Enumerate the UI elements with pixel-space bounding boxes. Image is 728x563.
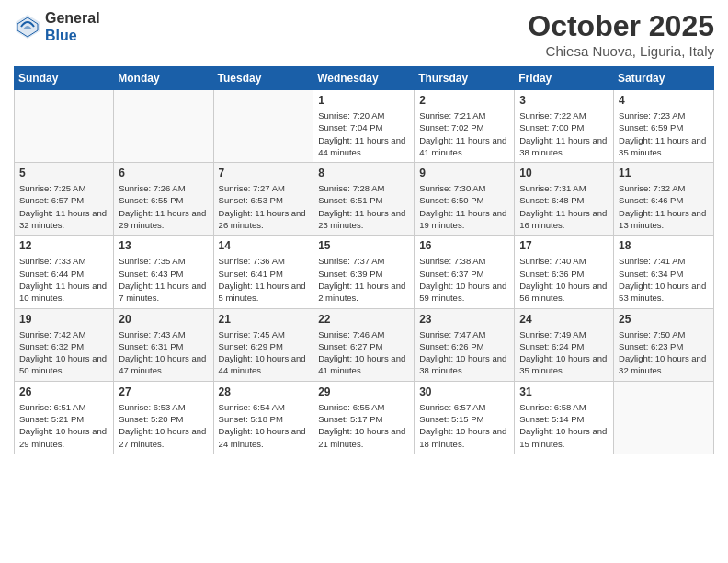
calendar-week-row-5: 26Sunrise: 6:51 AM Sunset: 5:21 PM Dayli… bbox=[15, 381, 714, 454]
day-info: Sunrise: 7:43 AM Sunset: 6:31 PM Dayligh… bbox=[119, 328, 208, 377]
day-info: Sunrise: 6:54 AM Sunset: 5:18 PM Dayligh… bbox=[219, 401, 309, 450]
day-number: 10 bbox=[519, 167, 609, 179]
calendar-cell: 30Sunrise: 6:57 AM Sunset: 5:15 PM Dayli… bbox=[415, 381, 515, 454]
day-info: Sunrise: 7:33 AM Sunset: 6:44 PM Dayligh… bbox=[19, 255, 108, 304]
weekday-header-row: Sunday Monday Tuesday Wednesday Thursday… bbox=[15, 67, 714, 90]
calendar-cell: 25Sunrise: 7:50 AM Sunset: 6:23 PM Dayli… bbox=[614, 308, 714, 381]
day-info: Sunrise: 7:49 AM Sunset: 6:24 PM Dayligh… bbox=[519, 328, 609, 377]
calendar-week-row-2: 5Sunrise: 7:25 AM Sunset: 6:57 PM Daylig… bbox=[15, 163, 714, 236]
day-number: 16 bbox=[419, 239, 509, 252]
calendar-cell: 9Sunrise: 7:30 AM Sunset: 6:50 PM Daylig… bbox=[415, 163, 515, 236]
day-number: 14 bbox=[219, 239, 309, 252]
header-sunday: Sunday bbox=[15, 67, 114, 90]
day-number: 12 bbox=[19, 239, 108, 252]
header: General Blue October 2025 Chiesa Nuova, … bbox=[14, 9, 714, 59]
calendar-cell: 21Sunrise: 7:45 AM Sunset: 6:29 PM Dayli… bbox=[213, 308, 313, 381]
calendar-cell: 5Sunrise: 7:25 AM Sunset: 6:57 PM Daylig… bbox=[15, 163, 114, 236]
day-number: 13 bbox=[119, 239, 208, 252]
calendar-cell: 6Sunrise: 7:26 AM Sunset: 6:55 PM Daylig… bbox=[114, 163, 213, 236]
day-info: Sunrise: 7:21 AM Sunset: 7:02 PM Dayligh… bbox=[419, 109, 509, 158]
day-number: 8 bbox=[318, 167, 409, 179]
day-number: 18 bbox=[619, 239, 709, 252]
day-number: 28 bbox=[219, 385, 309, 398]
day-info: Sunrise: 7:20 AM Sunset: 7:04 PM Dayligh… bbox=[318, 109, 409, 158]
logo-general-text: General bbox=[45, 9, 100, 27]
header-wednesday: Wednesday bbox=[313, 67, 415, 90]
day-number: 26 bbox=[19, 385, 108, 398]
calendar-cell: 29Sunrise: 6:55 AM Sunset: 5:17 PM Dayli… bbox=[313, 381, 415, 454]
day-info: Sunrise: 7:42 AM Sunset: 6:32 PM Dayligh… bbox=[19, 328, 108, 377]
calendar-cell: 16Sunrise: 7:38 AM Sunset: 6:37 PM Dayli… bbox=[415, 236, 515, 308]
day-number: 25 bbox=[619, 313, 709, 326]
day-number: 21 bbox=[219, 313, 309, 326]
day-number: 1 bbox=[318, 94, 409, 107]
day-number: 15 bbox=[318, 239, 409, 252]
day-info: Sunrise: 6:51 AM Sunset: 5:21 PM Dayligh… bbox=[19, 401, 108, 450]
calendar-cell: 8Sunrise: 7:28 AM Sunset: 6:51 PM Daylig… bbox=[313, 163, 415, 236]
calendar-cell: 13Sunrise: 7:35 AM Sunset: 6:43 PM Dayli… bbox=[114, 236, 213, 308]
calendar-cell bbox=[213, 90, 313, 163]
calendar-week-row-4: 19Sunrise: 7:42 AM Sunset: 6:32 PM Dayli… bbox=[15, 308, 714, 381]
day-info: Sunrise: 7:31 AM Sunset: 6:48 PM Dayligh… bbox=[519, 182, 609, 231]
logo-text: General Blue bbox=[45, 9, 100, 44]
location-subtitle: Chiesa Nuova, Liguria, Italy bbox=[528, 43, 714, 59]
calendar-cell: 7Sunrise: 7:27 AM Sunset: 6:53 PM Daylig… bbox=[213, 163, 313, 236]
calendar-cell: 24Sunrise: 7:49 AM Sunset: 6:24 PM Dayli… bbox=[515, 308, 614, 381]
day-number: 19 bbox=[19, 313, 108, 326]
header-saturday: Saturday bbox=[614, 67, 714, 90]
calendar-cell: 11Sunrise: 7:32 AM Sunset: 6:46 PM Dayli… bbox=[614, 163, 714, 236]
calendar-cell: 26Sunrise: 6:51 AM Sunset: 5:21 PM Dayli… bbox=[15, 381, 114, 454]
day-number: 11 bbox=[619, 167, 709, 179]
header-monday: Monday bbox=[114, 67, 213, 90]
logo-blue-text: Blue bbox=[45, 27, 100, 44]
calendar-cell bbox=[114, 90, 213, 163]
day-info: Sunrise: 7:36 AM Sunset: 6:41 PM Dayligh… bbox=[219, 255, 309, 304]
day-info: Sunrise: 7:26 AM Sunset: 6:55 PM Dayligh… bbox=[119, 182, 208, 231]
day-number: 6 bbox=[119, 167, 208, 179]
day-info: Sunrise: 6:55 AM Sunset: 5:17 PM Dayligh… bbox=[318, 401, 409, 450]
month-title: October 2025 bbox=[528, 9, 714, 43]
day-number: 31 bbox=[519, 385, 609, 398]
calendar-cell: 14Sunrise: 7:36 AM Sunset: 6:41 PM Dayli… bbox=[213, 236, 313, 308]
day-info: Sunrise: 7:22 AM Sunset: 7:00 PM Dayligh… bbox=[519, 109, 609, 158]
day-number: 22 bbox=[318, 313, 409, 326]
day-info: Sunrise: 7:41 AM Sunset: 6:34 PM Dayligh… bbox=[619, 255, 709, 304]
day-number: 2 bbox=[419, 94, 509, 107]
calendar-cell: 15Sunrise: 7:37 AM Sunset: 6:39 PM Dayli… bbox=[313, 236, 415, 308]
calendar-cell: 31Sunrise: 6:58 AM Sunset: 5:14 PM Dayli… bbox=[515, 381, 614, 454]
day-number: 20 bbox=[119, 313, 208, 326]
day-info: Sunrise: 7:30 AM Sunset: 6:50 PM Dayligh… bbox=[419, 182, 509, 231]
day-info: Sunrise: 6:58 AM Sunset: 5:14 PM Dayligh… bbox=[519, 401, 609, 450]
day-number: 5 bbox=[19, 167, 108, 179]
calendar-cell: 4Sunrise: 7:23 AM Sunset: 6:59 PM Daylig… bbox=[614, 90, 714, 163]
day-info: Sunrise: 6:57 AM Sunset: 5:15 PM Dayligh… bbox=[419, 401, 509, 450]
day-number: 3 bbox=[519, 94, 609, 107]
header-thursday: Thursday bbox=[415, 67, 515, 90]
day-number: 4 bbox=[619, 94, 709, 107]
day-info: Sunrise: 7:28 AM Sunset: 6:51 PM Dayligh… bbox=[318, 182, 409, 231]
page: General Blue October 2025 Chiesa Nuova, … bbox=[0, 0, 728, 468]
header-tuesday: Tuesday bbox=[213, 67, 313, 90]
day-info: Sunrise: 7:38 AM Sunset: 6:37 PM Dayligh… bbox=[419, 255, 509, 304]
day-number: 30 bbox=[419, 385, 509, 398]
day-info: Sunrise: 7:50 AM Sunset: 6:23 PM Dayligh… bbox=[619, 328, 709, 377]
day-info: Sunrise: 7:25 AM Sunset: 6:57 PM Dayligh… bbox=[19, 182, 108, 231]
day-info: Sunrise: 7:23 AM Sunset: 6:59 PM Dayligh… bbox=[619, 109, 709, 158]
calendar-cell: 1Sunrise: 7:20 AM Sunset: 7:04 PM Daylig… bbox=[313, 90, 415, 163]
header-friday: Friday bbox=[515, 67, 614, 90]
day-info: Sunrise: 6:53 AM Sunset: 5:20 PM Dayligh… bbox=[119, 401, 208, 450]
calendar-table: Sunday Monday Tuesday Wednesday Thursday… bbox=[14, 66, 714, 454]
calendar-cell bbox=[15, 90, 114, 163]
day-info: Sunrise: 7:35 AM Sunset: 6:43 PM Dayligh… bbox=[119, 255, 208, 304]
calendar-cell: 2Sunrise: 7:21 AM Sunset: 7:02 PM Daylig… bbox=[415, 90, 515, 163]
day-info: Sunrise: 7:37 AM Sunset: 6:39 PM Dayligh… bbox=[318, 255, 409, 304]
day-info: Sunrise: 7:32 AM Sunset: 6:46 PM Dayligh… bbox=[619, 182, 709, 231]
calendar-cell: 10Sunrise: 7:31 AM Sunset: 6:48 PM Dayli… bbox=[515, 163, 614, 236]
day-number: 7 bbox=[219, 167, 309, 179]
day-info: Sunrise: 7:45 AM Sunset: 6:29 PM Dayligh… bbox=[219, 328, 309, 377]
calendar-cell: 22Sunrise: 7:46 AM Sunset: 6:27 PM Dayli… bbox=[313, 308, 415, 381]
logo: General Blue bbox=[14, 9, 100, 44]
calendar-week-row-1: 1Sunrise: 7:20 AM Sunset: 7:04 PM Daylig… bbox=[15, 90, 714, 163]
day-info: Sunrise: 7:47 AM Sunset: 6:26 PM Dayligh… bbox=[419, 328, 509, 377]
calendar-cell: 27Sunrise: 6:53 AM Sunset: 5:20 PM Dayli… bbox=[114, 381, 213, 454]
